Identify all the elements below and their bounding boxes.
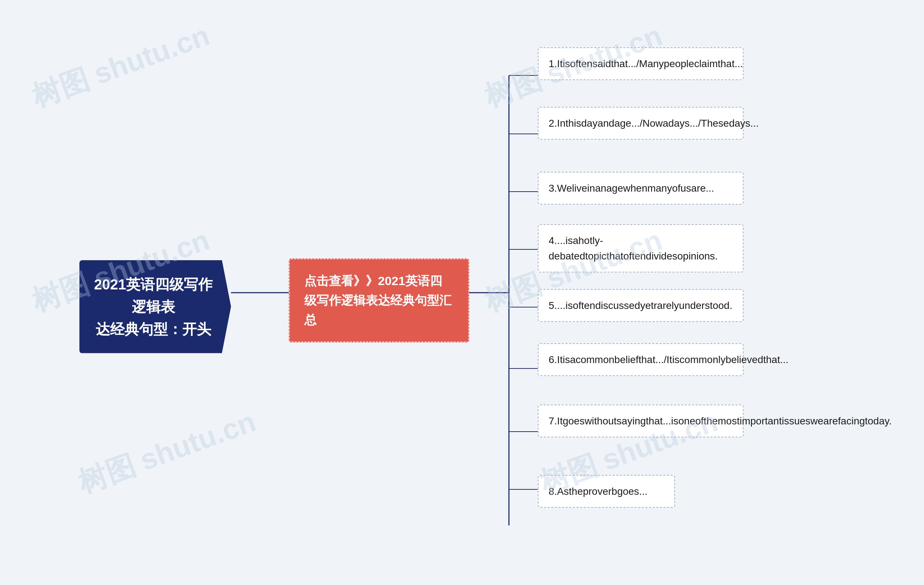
branch-1-text: 1.Itisoftensaidthat.../Manypeopleclaimth… [549,58,743,69]
main-node: 2021英语四级写作逻辑表 达经典句型：开头 [79,260,231,353]
branch-6: 6.Itisacommonbeliefthat.../Itiscommonlyb… [538,343,744,376]
branch-2: 2.Inthisdayandage.../Nowadays.../Theseda… [538,107,744,140]
branch-5-text: 5....isoftendiscussedyetrarelyunderstood… [549,300,733,311]
center-node[interactable]: 点击查看》》2021英语四级写作逻辑表达经典句型汇总 [289,259,469,343]
branch-6-text: 6.Itisacommonbeliefthat.../Itiscommonlyb… [549,354,789,365]
branch-3-text: 3.Weliveinanagewhenmanyofusare... [549,183,714,194]
branch-1: 1.Itisoftensaidthat.../Manypeopleclaimth… [538,47,744,80]
branch-7: 7.Itgoeswithoutsayingthat...isoneofthemo… [538,405,744,437]
mind-map: 2021英语四级写作逻辑表 达经典句型：开头 点击查看》》2021英语四级写作逻… [65,22,859,564]
main-node-text2: 达经典句型：开头 [96,321,211,337]
branch-8-text: 8.Astheproverbgoes... [549,486,647,497]
main-node-text: 2021英语四级写作逻辑表 [94,277,213,315]
branch-8: 8.Astheproverbgoes... [538,475,675,508]
branch-4: 4....isahotly-debatedtopicthatoftendivid… [538,224,744,273]
center-node-text: 点击查看》》2021英语四级写作逻辑表达经典句型汇总 [304,274,452,327]
branch-4-text: 4....isahotly-debatedtopicthatoftendivid… [549,235,718,262]
branch-2-text: 2.Inthisdayandage.../Nowadays.../Theseda… [549,118,759,129]
branch-7-text: 7.Itgoeswithoutsayingthat...isoneofthemo… [549,415,891,427]
branch-3: 3.Weliveinanagewhenmanyofusare... [538,172,744,204]
branch-5: 5....isoftendiscussedyetrarelyunderstood… [538,289,744,322]
